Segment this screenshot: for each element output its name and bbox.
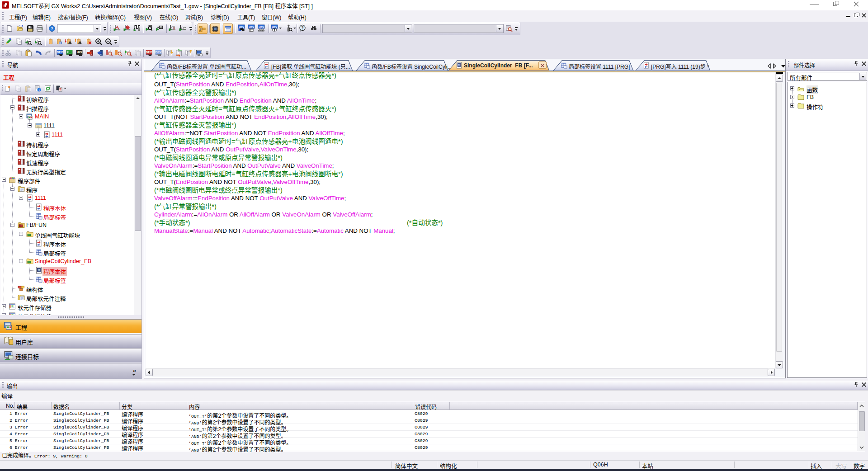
svg-text:?: ? (302, 26, 304, 30)
svg-text:Dev: Dev (239, 25, 244, 28)
svg-text:Dev: Dev (249, 25, 254, 28)
svg-text:Dev: Dev (259, 25, 264, 28)
svg-text:DEV: DEV (146, 51, 152, 54)
svg-text:Dev: Dev (272, 25, 277, 28)
